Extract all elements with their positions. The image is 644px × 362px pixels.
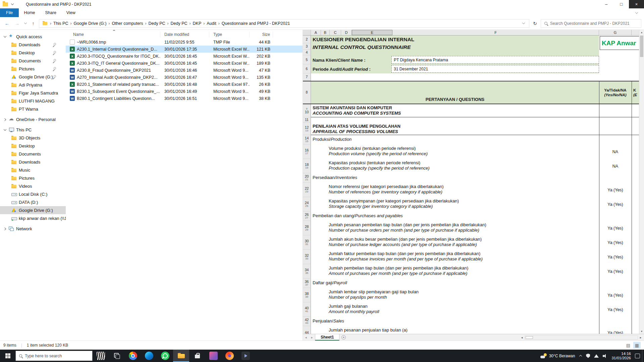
refresh-button[interactable]: ↻ (531, 19, 539, 27)
sidebar-item[interactable]: Downloads (0, 158, 66, 166)
sidebar-item[interactable]: Videos (0, 182, 66, 190)
maximize-button[interactable]: □ (614, 0, 629, 8)
chevron-down-icon[interactable] (3, 35, 6, 38)
back-button[interactable]: ← (3, 19, 11, 27)
tab-view[interactable]: View (61, 8, 80, 17)
breadcrumb-segment[interactable]: Other computers (110, 21, 145, 26)
address-dropdown-icon[interactable] (519, 21, 528, 26)
chevron-right-icon[interactable] (3, 118, 6, 121)
task-view-button[interactable] (109, 350, 125, 362)
volume-icon[interactable] (603, 354, 607, 358)
sidebar-section-quick-access[interactable]: Quick access (0, 33, 66, 41)
file-row[interactable]: A230.3-ITQ_IT General Questionnaire_DK..… (66, 60, 303, 67)
file-row[interactable]: A270_Internal Audit Questionnaire_DKP2..… (66, 74, 303, 81)
sidebar-item[interactable]: Desktop (0, 49, 66, 57)
sidebar-item[interactable]: Local Disk (C:) (0, 190, 66, 198)
recent-locations-icon[interactable] (23, 19, 28, 27)
col-header-G[interactable]: G (599, 30, 632, 35)
photos-app-icon[interactable] (205, 350, 221, 362)
file-explorer-icon[interactable] (173, 350, 189, 362)
sidebar-item[interactable]: Desktop (0, 142, 66, 150)
breadcrumb-segment[interactable]: Audit (205, 21, 218, 26)
file-row[interactable]: A230.3-ITGCQ_Questionnaire for ITGC_DK..… (66, 53, 303, 60)
edge-icon[interactable] (141, 350, 157, 362)
col-header-D[interactable]: D (341, 30, 352, 35)
media-app-icon[interactable] (237, 350, 254, 362)
security-shield-icon[interactable] (586, 354, 590, 358)
sheet-prev-icon[interactable]: ◂ (303, 334, 309, 341)
minimize-button[interactable]: – (599, 0, 614, 8)
sidebar-item[interactable]: Figar Jaya Samudra (0, 89, 66, 97)
col-header-A[interactable]: A (311, 30, 321, 35)
sidebar-item[interactable]: Pictures (0, 65, 66, 73)
sidebar-item[interactable]: Music (0, 166, 66, 174)
breadcrumb-segment[interactable]: Google Drive (G:) (71, 21, 108, 26)
file-row[interactable]: B230.1_Subsequent Event Questionnaire_..… (66, 88, 303, 95)
preview-vertical-scrollbar[interactable]: ▴ ▾ (639, 30, 644, 334)
sidebar-item[interactable]: 3D Objects (0, 134, 66, 142)
forward-button[interactable]: → (13, 19, 21, 27)
breadcrumb-segment[interactable]: This PC (51, 21, 70, 26)
sidebar-item[interactable]: DATA (D:) (0, 198, 66, 206)
thumbnail-view-button[interactable]: ▦ (633, 342, 641, 349)
column-header-size[interactable]: Size (250, 32, 273, 38)
scroll-right-icon[interactable]: ▸ (638, 336, 643, 339)
whatsapp-icon[interactable] (157, 350, 173, 362)
col-header-F[interactable]: F (392, 30, 599, 35)
breadcrumb-segment[interactable]: Questionnaire and PMPJ - DKP2021 (220, 21, 292, 26)
sidebar-section-onedrive[interactable]: OneDrive - Personal (0, 115, 66, 123)
sidebar-item[interactable]: Downloads (0, 41, 66, 49)
file-row[interactable]: B220.1_Statement of related party transa… (66, 81, 303, 88)
sidebar-item[interactable]: Pictures (0, 174, 66, 182)
search-input[interactable] (550, 21, 638, 26)
sheet-next-icon[interactable]: ▸ (309, 334, 315, 341)
firefox-icon[interactable] (221, 350, 237, 362)
sidebar-item[interactable]: Documents (0, 150, 66, 158)
sidebar-section-network[interactable]: Network (0, 225, 66, 233)
col-header-C[interactable]: C (330, 30, 341, 35)
taskbar-clock[interactable]: 14:16 31/01/2026 (611, 352, 631, 360)
vertical-scrollbar-thumb[interactable] (640, 36, 643, 57)
expand-ribbon-icon[interactable] (629, 8, 644, 17)
scroll-down-icon[interactable]: ▾ (639, 329, 644, 334)
column-header-name[interactable]: Name (69, 32, 160, 38)
breadcrumb-segment[interactable]: Dedy PC (147, 21, 167, 26)
start-button[interactable] (0, 350, 15, 362)
sidebar-item[interactable]: Google Drive (G:) (0, 73, 66, 81)
explorer-search-box[interactable] (541, 19, 641, 28)
quick-access-toolbar-caret-icon[interactable] (11, 3, 14, 6)
col-header-E[interactable]: E (352, 30, 392, 35)
store-icon[interactable] (189, 350, 205, 362)
select-all-corner[interactable] (303, 30, 311, 35)
sidebar-item[interactable]: Adi Priyatna (0, 81, 66, 89)
sidebar-item[interactable]: PT Warna (0, 105, 66, 113)
scroll-left-icon[interactable]: ◂ (519, 336, 525, 339)
col-header-B[interactable]: B (321, 30, 330, 35)
tab-share[interactable]: Share (40, 8, 61, 17)
address-box[interactable]: ›This PC›Google Drive (G:)›Other compute… (39, 19, 529, 28)
file-row[interactable]: ~WRL0066.tmp11/02/2025 9:55TMP File44 KB (66, 39, 303, 46)
show-desktop-button[interactable] (642, 350, 644, 362)
file-row[interactable]: A230.1_Internal Control Questionnaire_D.… (66, 46, 303, 53)
zebra-app-icon[interactable] (93, 350, 109, 362)
column-header-date[interactable]: Date modified (160, 32, 209, 38)
sidebar-item[interactable]: kkp anwar dan rekan (\\1 (0, 214, 66, 222)
sidebar-item[interactable]: Documents (0, 57, 66, 65)
file-row[interactable]: B280.1_Contingent Liabilities Questionn.… (66, 95, 303, 102)
hidden-icons-chevron-icon[interactable] (579, 354, 582, 357)
chevron-down-icon[interactable] (3, 128, 6, 131)
close-button[interactable]: × (629, 0, 644, 8)
chrome-icon[interactable] (125, 350, 141, 362)
file-row[interactable]: A230.8_Fraud Questionnaire_DKP202130/01/… (66, 67, 303, 74)
add-sheet-button[interactable]: + (339, 334, 347, 341)
sidebar-section-this-pc[interactable]: This PC (0, 126, 66, 134)
tab-home[interactable]: Home (19, 8, 40, 17)
breadcrumb-segment[interactable]: Dedy PC (169, 21, 190, 26)
explorer-window-icon[interactable] (3, 2, 8, 6)
file-menu-button[interactable]: File (0, 8, 19, 17)
notification-center-icon[interactable] (635, 354, 640, 358)
network-icon[interactable] (594, 354, 599, 358)
scroll-up-icon[interactable]: ▴ (639, 30, 644, 35)
preview-horizontal-scrollbar[interactable]: ◂ ▸ (519, 334, 643, 341)
chevron-right-icon[interactable] (3, 227, 6, 230)
